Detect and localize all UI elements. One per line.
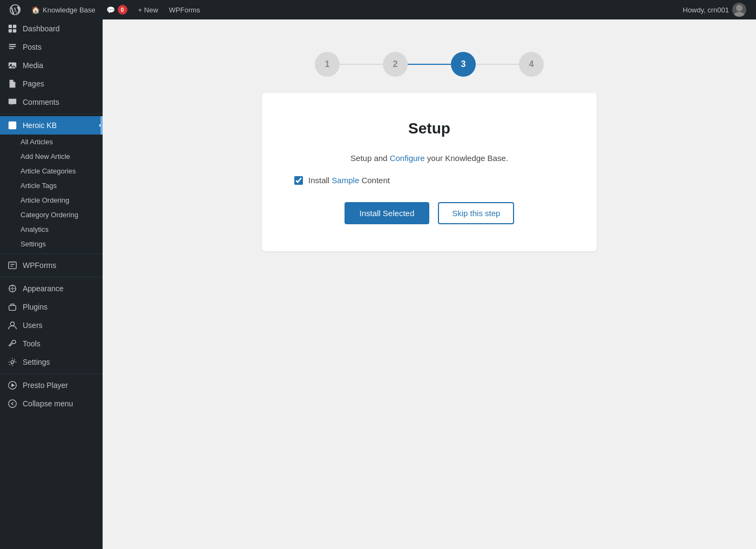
step-2: 2	[383, 52, 408, 77]
svg-point-12	[10, 322, 14, 326]
sidebar-item-settings[interactable]: Settings	[0, 353, 103, 371]
svg-rect-9	[9, 262, 16, 269]
admin-bar: 🏠 Knowledge Base 💬 0 + New WPForms Howdy…	[0, 0, 756, 19]
svg-rect-3	[13, 25, 16, 28]
sidebar-item-appearance[interactable]: Appearance	[0, 279, 103, 298]
site-name[interactable]: 🏠 Knowledge Base	[26, 0, 101, 19]
comment-count: 0	[118, 5, 127, 15]
configure-link[interactable]: Configure	[390, 153, 425, 163]
svg-rect-11	[9, 305, 16, 310]
active-arrow	[99, 121, 103, 130]
menu-sep-3	[0, 277, 103, 277]
step-line-2-3	[408, 64, 451, 65]
sidebar-label-collapse: Collapse menu	[23, 399, 73, 408]
sidebar-item-wpforms[interactable]: WPForms	[0, 256, 103, 274]
sidebar-label-plugins: Plugins	[23, 303, 48, 311]
sidebar-item-tools[interactable]: Tools	[0, 334, 103, 353]
sidebar-label-comments: Comments	[23, 98, 59, 106]
submenu-article-tags[interactable]: Article Tags	[0, 178, 103, 193]
sidebar-item-presto-player[interactable]: Presto Player	[0, 376, 103, 394]
svg-point-1	[734, 12, 745, 17]
svg-rect-4	[9, 29, 12, 32]
sidebar-item-media[interactable]: Media	[0, 56, 103, 75]
sidebar-label-heroickb: Heroic KB	[23, 121, 57, 130]
sidebar-label-tools: Tools	[23, 339, 40, 348]
sidebar-item-posts[interactable]: Posts	[0, 38, 103, 56]
svg-point-0	[736, 5, 742, 11]
svg-marker-15	[11, 383, 15, 387]
submenu-article-categories[interactable]: Article Categories	[0, 164, 103, 178]
sidebar-label-media: Media	[23, 61, 43, 70]
sidebar-item-heroickb[interactable]: Heroic KB	[0, 116, 103, 135]
sidebar-item-dashboard[interactable]: Dashboard	[0, 19, 103, 38]
sidebar-label-settings: Settings	[23, 358, 50, 366]
sidebar-label-dashboard: Dashboard	[23, 24, 60, 33]
sidebar-label-wpforms: WPForms	[23, 261, 56, 270]
submenu-add-new-article[interactable]: Add New Article	[0, 149, 103, 164]
svg-point-13	[11, 360, 14, 363]
step-line-1-2	[340, 64, 383, 65]
menu-sep-1	[0, 113, 103, 114]
submenu-article-ordering[interactable]: Article Ordering	[0, 193, 103, 207]
setup-card: Setup Setup and Configure your Knowledge…	[262, 93, 597, 251]
wp-logo[interactable]	[4, 0, 26, 19]
submenu-category-ordering[interactable]: Category Ordering	[0, 207, 103, 222]
sidebar: Dashboard Posts Media Pages Comments Her…	[0, 19, 103, 549]
submenu-all-articles[interactable]: All Articles	[0, 135, 103, 149]
setup-description: Setup and Configure your Knowledge Base.	[294, 153, 564, 163]
sidebar-item-pages[interactable]: Pages	[0, 75, 103, 93]
svg-rect-2	[9, 25, 12, 28]
install-sample-checkbox[interactable]	[294, 176, 303, 185]
install-selected-button[interactable]: Install Selected	[345, 202, 430, 224]
wpforms-adminbar[interactable]: WPForms	[164, 0, 206, 19]
step-line-3-4	[476, 64, 519, 65]
sidebar-label-appearance: Appearance	[23, 284, 64, 293]
sidebar-item-plugins[interactable]: Plugins	[0, 298, 103, 316]
step-4: 4	[519, 52, 544, 77]
main-content: 1 2 3 4 Setup Setup and Configure your K…	[103, 19, 756, 549]
submenu-analytics[interactable]: Analytics	[0, 222, 103, 237]
setup-title: Setup	[294, 120, 564, 137]
menu-sep-2	[0, 253, 103, 254]
button-row: Install Selected Skip this step	[294, 202, 564, 224]
avatar	[732, 3, 746, 17]
step-1: 1	[315, 52, 340, 77]
wizard-stepper: 1 2 3 4	[315, 52, 544, 77]
new-content[interactable]: + New	[133, 0, 164, 19]
sidebar-label-users: Users	[23, 321, 43, 330]
menu-sep-4	[0, 373, 103, 374]
sidebar-item-collapse[interactable]: Collapse menu	[0, 394, 103, 413]
svg-point-16	[9, 400, 16, 407]
submenu-settings[interactable]: Settings	[0, 237, 103, 251]
sidebar-item-comments[interactable]: Comments	[0, 93, 103, 111]
step-3: 3	[451, 52, 476, 77]
comments-link[interactable]: 💬 0	[101, 0, 133, 19]
sidebar-label-posts: Posts	[23, 43, 42, 51]
sidebar-label-presto: Presto Player	[23, 381, 68, 390]
sidebar-label-pages: Pages	[23, 79, 44, 88]
install-sample-label[interactable]: Install Sample Content	[308, 176, 390, 185]
skip-step-button[interactable]: Skip this step	[438, 202, 514, 224]
sidebar-item-users[interactable]: Users	[0, 316, 103, 334]
user-howdy[interactable]: Howdy, crn001	[677, 3, 752, 17]
sample-content-row: Install Sample Content	[294, 176, 564, 185]
svg-rect-5	[13, 29, 16, 32]
